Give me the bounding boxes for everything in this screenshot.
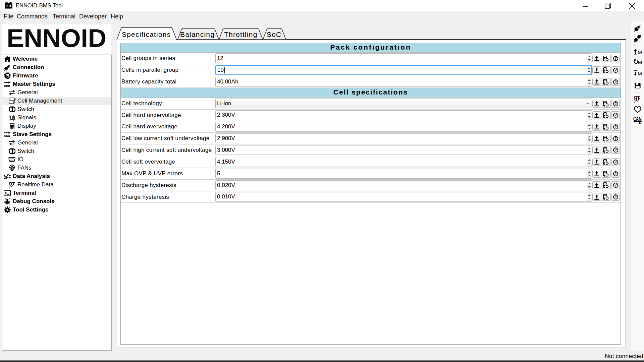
svg-text:?: ?	[614, 136, 616, 140]
svg-text:?: ?	[614, 68, 616, 72]
svg-text:?: ?	[614, 102, 616, 106]
svg-text:?: ?	[614, 160, 616, 164]
svg-text:M: M	[638, 59, 642, 65]
svg-text:M: M	[638, 71, 642, 76]
svg-text:?: ?	[614, 113, 616, 117]
svg-text:?: ?	[614, 195, 616, 199]
svg-text:?: ?	[614, 56, 616, 60]
svg-text:?: ?	[614, 125, 616, 129]
svg-text:CAN: CAN	[633, 116, 641, 122]
svg-text:M: M	[638, 49, 642, 55]
svg-text:?: ?	[614, 183, 616, 187]
svg-text:?: ?	[614, 172, 616, 176]
svg-text:?: ?	[614, 148, 616, 152]
svg-text:?: ?	[614, 80, 616, 84]
